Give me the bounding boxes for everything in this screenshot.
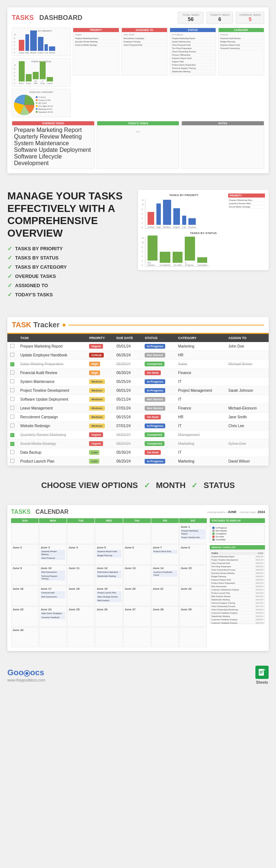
tracker-section: TASK Tracker TASK PRIORITY DUE DATE STAT… [7, 317, 269, 466]
task-assign [225, 377, 269, 386]
table-row: Financial Audit Review High 06/30/24 On … [7, 369, 269, 377]
priority-bar-chart: TASKS BY PRIORITY 0246810 Critical High … [12, 28, 71, 56]
checkbox-cell[interactable] [7, 386, 17, 395]
category-pie-chart: TASKS BY CATEGORY IT 18.1% Finance 12.5% [12, 89, 71, 117]
task-category: HR [175, 413, 225, 422]
task-due-date: 06/01/24 [113, 386, 142, 395]
task-due-date: 07/01/24 [113, 422, 142, 430]
task-checkbox[interactable] [10, 423, 14, 428]
checkbox-cell[interactable] [7, 351, 17, 360]
col-duedate: DUE DATE [113, 334, 142, 342]
cal-cell: June 26 [95, 606, 123, 627]
task-checkbox[interactable]: ✓ [10, 442, 14, 446]
monthly-task-item: Customer Feedback Analysis06/20/24 [211, 611, 263, 615]
checkbox-cell[interactable] [7, 404, 17, 413]
col-priority: PRIORITY [86, 334, 113, 342]
checkbox-cell[interactable]: ✓ [7, 439, 17, 448]
manage-priority-chart: Critical High Medium Urgent Low Routine [145, 199, 198, 229]
cal-cell: June 4 [67, 544, 95, 565]
checkbox-cell[interactable] [7, 369, 17, 377]
task-category: Finance [175, 369, 225, 377]
manage-status-chart: Not Started Completed On Hold In Progres… [145, 237, 210, 266]
cal-cell [39, 627, 67, 647]
task-due-date: 05/01/24 [113, 342, 142, 351]
total-tasks-stat: TOTAL TASKS 56 [178, 12, 204, 24]
header-stats: TOTAL TASKS 56 TODAY'S TASKS 6 OVERDUE T… [178, 12, 264, 24]
table-row: ✓ Sales Meeting Preparation High 06/30/2… [7, 360, 269, 369]
task-status: In Progress [142, 422, 175, 430]
table-row: Software Update Deployment Medium 05/21/… [7, 395, 269, 404]
task-due-date: 06/30/24 [113, 369, 142, 377]
svg-rect-10 [259, 672, 263, 673]
checkbox-cell[interactable] [7, 457, 17, 466]
cal-cell: June 1 Prepare Marketing Report Project … [179, 524, 207, 544]
checkbox-cell[interactable] [7, 395, 17, 404]
cal-cell [95, 524, 123, 544]
choose-year-control[interactable]: CHOOSE YEAR › 2024 [239, 510, 265, 514]
checkbox-cell[interactable] [7, 342, 17, 351]
task-checkbox[interactable] [10, 370, 14, 374]
col-status: STATUS [142, 334, 175, 342]
cal-cell: June 5 Expense Report Audit Budget Plann… [95, 544, 123, 565]
table-row: Product Launch Plan Low 06/20/24 In Prog… [7, 457, 269, 466]
monthly-task-item: Customer Feedback Analysis06/26/24 [211, 618, 263, 621]
task-due-date: 07/01/24 [113, 404, 142, 413]
task-due-date: 06/03/24 [113, 430, 142, 439]
task-category: Marketing [175, 457, 225, 466]
task-checkbox[interactable] [10, 406, 14, 410]
task-checkbox[interactable] [10, 379, 14, 383]
check-icon: ✓ [7, 245, 12, 252]
task-name: Software Update Deployment [17, 395, 86, 404]
table-row: Project Timeline Development Medium 06/0… [7, 386, 269, 395]
choose-month-control[interactable]: CHOOSE MONTH › JUNE [207, 510, 236, 514]
cal-days-header: SUN MON TUE WED THU FRI SAT [11, 518, 207, 523]
status-bar-chart: TASKS BY STATUS 0246810 Not S. Comp. On … [12, 58, 71, 87]
choose-check-icon-2: ✓ [191, 481, 198, 490]
table-row: Leave Management Medium 07/01/24 Not Sta… [7, 404, 269, 413]
monthly-task-item: Prepare Marketing Report06/01/24 [211, 555, 263, 558]
col-checkbox [7, 334, 17, 342]
task-checkbox[interactable] [10, 459, 14, 463]
manage-right: TASKS BY PRIORITY 024681012 Critical Hig… [138, 190, 269, 270]
task-assign: Sarah Johnson [225, 386, 269, 395]
task-checkbox[interactable] [10, 397, 14, 401]
col-assignto: ASSIGN TO [225, 334, 269, 342]
task-checkbox[interactable] [10, 450, 14, 454]
status-options: In Progress Not Started Completed On Hol… [210, 524, 265, 543]
monthly-task-item: Project Timeline Development06/01/24 [211, 558, 263, 562]
task-category: Marketing [175, 439, 225, 448]
task-checkbox[interactable] [10, 388, 14, 392]
dashboard-section: TASKS DASHBOARD TOTAL TASKS 56 TODAY'S T… [7, 7, 269, 173]
svg-rect-11 [259, 673, 262, 674]
dashboard-title: TASKS DASHBOARD [12, 14, 82, 22]
cal-cell: June 20 [123, 586, 151, 606]
task-assign: Michael-Ekonunn [225, 404, 269, 413]
checkbox-cell[interactable] [7, 413, 17, 422]
task-status: Completed [142, 360, 175, 369]
monthly-task-item: Product Launch Plan06/12/24 [211, 592, 263, 595]
checkbox-cell[interactable] [7, 422, 17, 430]
task-checkbox[interactable] [10, 353, 14, 357]
checkbox-cell[interactable]: ✓ [7, 360, 17, 369]
overdue-col: OVERDUE TASKS Prepare Marketing Report Q… [12, 121, 95, 169]
calendar-header: TASKS CALENDAR CHOOSE MONTH › JUNE CHOOS… [11, 509, 265, 515]
task-status: On Hold [142, 413, 175, 422]
task-checkbox[interactable] [10, 344, 14, 348]
checkbox-cell[interactable]: ✓ [7, 430, 17, 439]
chart-area: TASKS BY PRIORITY 0246810 Critical High … [12, 28, 71, 117]
task-category: IT [175, 377, 225, 386]
task-checkbox[interactable] [10, 415, 14, 419]
cal-cell: June 8 [179, 544, 207, 565]
task-category: Marketing [175, 342, 225, 351]
manage-section: MANAGE YOUR TASKS EFFECTIVELY WITH A COM… [0, 181, 276, 310]
table-row: Website Redesign Medium 07/01/24 In Prog… [7, 422, 269, 430]
cal-cell: June 28 [151, 606, 179, 627]
task-checkbox[interactable]: ✓ [10, 362, 14, 366]
checkbox-cell[interactable] [7, 448, 17, 457]
checkbox-cell[interactable] [7, 377, 17, 386]
monthly-task-item: Quarterly Review Meeting06/03/24 [211, 572, 263, 575]
task-checkbox[interactable]: ✓ [10, 433, 14, 437]
task-assign [225, 430, 269, 439]
cal-cell: June 3 Quarterly Review Meeting Client P… [39, 544, 67, 565]
task-name: Website Redesign [17, 422, 86, 430]
